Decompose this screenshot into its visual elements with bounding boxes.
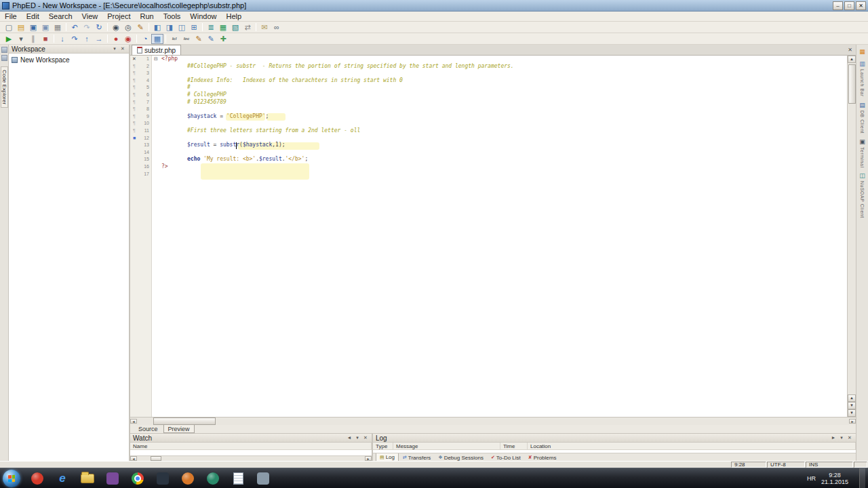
watch-column-name[interactable]: Name <box>130 443 372 449</box>
settings-icon[interactable]: ✚ <box>217 34 229 44</box>
new-file-icon[interactable]: ▢ <box>3 22 15 33</box>
save-all-icon[interactable]: ▣ <box>39 22 52 33</box>
code-line[interactable] <box>160 135 847 142</box>
gutter-mark-icon[interactable]: ✕ <box>130 56 138 63</box>
explorer-dock-icon[interactable] <box>1 55 7 61</box>
profiler-icon[interactable]: ◔ <box>139 34 151 44</box>
scroll-up-icon[interactable]: ▲ <box>848 56 856 63</box>
pin-icon[interactable]: ▾ <box>111 46 118 52</box>
maximize-button[interactable]: □ <box>844 1 854 10</box>
code-line[interactable] <box>160 171 847 178</box>
workspace-item[interactable]: New Workspace <box>12 56 126 64</box>
step-into-icon[interactable]: ↓ <box>56 34 68 44</box>
scroll-down-icon[interactable]: ▼ <box>848 409 856 417</box>
breakpoint-icon[interactable]: ● <box>110 34 122 44</box>
refresh-icon[interactable]: ↻ <box>93 22 105 33</box>
layout-grid-icon[interactable]: ⊞ <box>188 22 200 33</box>
taskbar-app-ide[interactable] <box>151 470 174 487</box>
taskbar-app-media[interactable] <box>101 470 124 487</box>
code-line[interactable]: # <box>160 84 847 92</box>
scroll-left-icon[interactable]: ◄ <box>130 456 137 461</box>
start-button[interactable] <box>3 470 20 487</box>
log-column-location[interactable]: Location <box>528 443 856 449</box>
menu-search[interactable]: Search <box>44 12 77 22</box>
editor-vertical-scrollbar[interactable]: ▲ ▲ ▼ ▼ <box>847 56 856 417</box>
taskbar-app-messenger[interactable] <box>201 470 224 487</box>
print-icon[interactable]: ▦ <box>52 22 64 33</box>
editor-fold-column[interactable]: ⊟ <box>152 56 160 417</box>
gutter-mark-icon[interactable]: ¶ <box>130 106 138 113</box>
vertical-scroll-thumb[interactable] <box>848 64 856 104</box>
pause-icon[interactable]: ∥ <box>27 34 39 44</box>
watch-scrollbar[interactable]: ◄ ► <box>130 455 372 461</box>
dock-left-icon[interactable]: ◄ <box>346 435 353 441</box>
code-line[interactable] <box>160 120 847 127</box>
gutter-mark-icon[interactable]: ¶ <box>130 70 138 77</box>
taskbar-clock[interactable]: 9:28 21.1.2015 <box>821 472 851 485</box>
breakpoint-list-icon[interactable]: ◉ <box>122 34 134 44</box>
pin-icon[interactable]: ▾ <box>354 435 361 441</box>
code-line[interactable]: #Indexes Info: Indexes of the charachter… <box>160 77 847 85</box>
gutter-mark-icon[interactable]: ¶ <box>130 113 138 121</box>
close-tab-icon[interactable]: ✕ <box>848 47 856 55</box>
taskbar-app-notepad[interactable] <box>226 470 250 487</box>
scroll-right-icon[interactable]: ► <box>849 419 856 424</box>
code-line[interactable]: <?php <box>160 56 847 63</box>
scroll-up-2-icon[interactable]: ▲ <box>848 394 856 402</box>
code-area[interactable]: <?php##CollegePHP - substr - Returns the… <box>160 56 847 417</box>
taskbar-app-opera[interactable] <box>26 470 49 487</box>
editor-gutter-marks[interactable]: ✕¶¶¶¶¶¶¶¶¶¶■ <box>130 56 138 417</box>
find-icon[interactable]: ◉ <box>110 22 122 33</box>
edit-config-icon[interactable]: ✎ <box>193 34 205 44</box>
transfer-icon[interactable]: ⇄ <box>241 22 254 33</box>
edit-remote-icon[interactable]: ✎ <box>205 34 217 44</box>
layout-editor-icon[interactable]: ◧ <box>151 22 163 33</box>
pin-icon[interactable]: ▾ <box>838 435 845 441</box>
code-line[interactable]: echo 'My result: <b>'.$result.'</b>'; <box>160 156 847 163</box>
run-to-cursor-icon[interactable]: → <box>93 34 105 44</box>
menu-view[interactable]: View <box>77 12 103 22</box>
save-icon[interactable]: ▣ <box>27 22 39 33</box>
scroll-right-icon[interactable]: ► <box>365 456 372 461</box>
stop-icon[interactable]: ■ <box>39 34 52 44</box>
local-mode-icon[interactable]: lcl <box>168 34 180 44</box>
code-line[interactable] <box>160 149 847 157</box>
dock-right-icon[interactable]: ► <box>830 435 837 441</box>
db-connection-icon[interactable]: ≣ <box>205 22 217 33</box>
menu-help[interactable]: Help <box>221 12 246 22</box>
log-column-time[interactable]: Time <box>500 443 528 449</box>
language-indicator[interactable]: HR <box>807 475 816 482</box>
editor-tab-substr-php[interactable]: substr.php <box>132 45 181 55</box>
gutter-mark-icon[interactable]: ¶ <box>130 63 138 70</box>
titlebar[interactable]: PhpED - New Workspace - [E:\Secure\local… <box>0 0 868 12</box>
gutter-mark-icon[interactable]: ¶ <box>130 92 138 99</box>
code-line[interactable] <box>160 106 847 113</box>
menu-tools[interactable]: Tools <box>159 12 186 22</box>
menu-window[interactable]: Window <box>185 12 221 22</box>
terminal-tab[interactable]: ▣Terminal <box>859 138 867 167</box>
step-over-icon[interactable]: ↷ <box>68 34 81 44</box>
taskbar-app-internet-explorer[interactable]: e <box>51 470 74 487</box>
code-line[interactable]: ##CollegePHP - substr - Returns the port… <box>160 63 847 70</box>
taskbar-app-tools[interactable] <box>252 470 275 487</box>
remote-mode-icon[interactable]: loc <box>180 34 193 44</box>
menu-run[interactable]: Run <box>135 12 158 22</box>
open-file-icon[interactable]: ▤ <box>15 22 27 33</box>
gutter-mark-icon[interactable]: ¶ <box>130 127 138 135</box>
layout-split-icon[interactable]: ◨ <box>163 22 176 33</box>
step-out-icon[interactable]: ↑ <box>81 34 93 44</box>
tab-source[interactable]: Source <box>134 425 162 433</box>
panel-toggle-icon[interactable]: ▦ <box>151 34 163 44</box>
link-icon[interactable]: ∞ <box>271 22 283 33</box>
code-line[interactable]: # 0123456789 <box>160 99 847 106</box>
launch-bar-tab[interactable]: ▥Launch Bar <box>859 60 867 97</box>
code-line[interactable]: #First three letters starting from a 2nd… <box>160 127 847 135</box>
tab-preview[interactable]: Preview <box>163 425 195 433</box>
code-line[interactable] <box>160 70 847 77</box>
code-line[interactable]: $result = substr($haystack,1); <box>160 142 847 149</box>
gutter-mark-icon[interactable]: ¶ <box>130 99 138 106</box>
menu-project[interactable]: Project <box>102 12 135 22</box>
toolbox-icon[interactable]: ▦ <box>859 47 867 56</box>
workspace-dock-icon[interactable] <box>1 47 7 53</box>
scroll-left-icon[interactable]: ◄ <box>130 419 137 424</box>
